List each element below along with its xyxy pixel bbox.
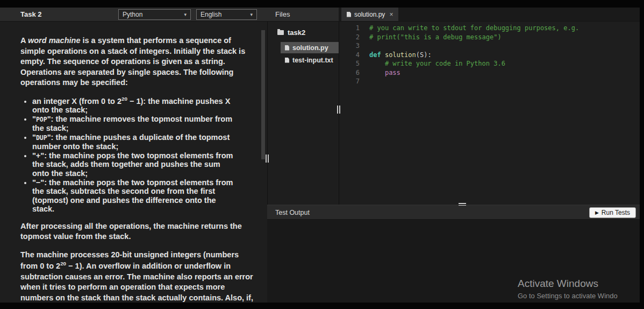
text-segment: DUP — [36, 134, 47, 142]
text-segment: POP — [36, 116, 47, 123]
text-segment: A — [20, 36, 28, 45]
code-line: def solution(S): — [369, 51, 640, 60]
code-token: # write your code in Python 3.6 — [369, 60, 505, 67]
task-title: Task 2 — [20, 10, 42, 18]
locale-dropdown[interactable]: English ▾ — [196, 9, 257, 20]
chevron-down-icon: ▾ — [184, 12, 187, 17]
folder-label: task2 — [288, 29, 305, 37]
operation-item: an integer X (from 0 to 220 − 1): the ma… — [32, 96, 235, 115]
description-paragraph: After processing all the operations, the… — [20, 221, 257, 242]
line-number: 5 — [339, 59, 360, 68]
code-token: solution — [385, 51, 416, 59]
watermark-line2: Go to Settings to activate Windo — [518, 292, 618, 300]
text-segment: "−": the machine pops the two topmost el… — [32, 178, 233, 213]
code-token: def — [369, 51, 381, 59]
operation-item: "−": the machine pops the two topmost el… — [32, 178, 235, 214]
test-output-title: Test Output — [275, 209, 310, 216]
programming-language-dropdown[interactable]: Python ▾ — [118, 9, 191, 20]
code-token: # print("this is a debug message") — [369, 33, 502, 41]
text-segment: " — [32, 133, 36, 142]
operation-item: "+": the machine pops the two topmost el… — [32, 151, 235, 178]
text-segment: " — [32, 115, 36, 123]
operation-item: "POP": the machine removes the topmost n… — [32, 115, 235, 132]
file-item-solution.py[interactable]: solution.py — [281, 42, 339, 53]
code-token — [369, 69, 385, 76]
operation-item: "DUP": the machine pushes a duplicate of… — [32, 133, 235, 151]
test-output-header: Test Output ▶ Run Tests — [267, 206, 640, 220]
text-segment: 20 — [60, 261, 66, 266]
line-number: 1 — [339, 24, 360, 33]
file-icon — [285, 45, 289, 51]
text-segment: 20 — [121, 96, 127, 102]
locale-value: English — [201, 11, 221, 18]
line-numbers: 1234567 — [339, 24, 360, 86]
file-icon — [347, 12, 351, 17]
text-segment: ": the machine removes the topmost numbe… — [32, 115, 232, 132]
tab-label: solution.py — [354, 11, 385, 18]
code-line: # print("this is a debug message") — [369, 33, 640, 42]
folder-item-task2[interactable]: task2 — [277, 29, 305, 37]
run-tests-button[interactable]: ▶ Run Tests — [589, 207, 636, 218]
file-label: test-input.txt — [292, 57, 333, 64]
file-label: solution.py — [292, 44, 328, 52]
code-token: pass — [385, 69, 400, 76]
activate-windows-watermark: Activate Windows Go to Settings to activ… — [518, 278, 618, 300]
code-token: # you can write to stdout for debugging … — [369, 24, 579, 32]
description-scrollbar-thumb[interactable] — [261, 30, 265, 159]
code-challenge-window: Task 2 Python ▾ English ▾ Files solution… — [0, 8, 640, 303]
task-description: A word machine is a system that performs… — [20, 36, 257, 303]
close-icon[interactable]: × — [389, 11, 393, 18]
text-segment: an integer X (from 0 to 2 — [32, 97, 121, 106]
tab-solution-py[interactable]: solution.py × — [341, 8, 398, 21]
operations-list: an integer X (from 0 to 220 − 1): the ma… — [20, 96, 257, 214]
text-segment: "+": the machine pops the two topmost el… — [32, 151, 233, 178]
code-line — [369, 41, 640, 51]
task-header-bar: Task 2 Python ▾ English ▾ — [0, 8, 267, 22]
splitter-grip[interactable] — [337, 106, 340, 114]
editor-tab-bar: solution.py × — [339, 8, 640, 22]
file-item-test-input.txt[interactable]: test-input.txt — [281, 54, 339, 66]
line-number: 4 — [339, 51, 360, 60]
line-number: 3 — [339, 41, 360, 51]
folder-icon — [277, 30, 284, 35]
text-segment: After processing all the operations, the… — [20, 222, 242, 241]
file-icon — [285, 58, 289, 63]
run-tests-label: Run Tests — [602, 209, 630, 216]
text-segment: ": the machine pushes a duplicate of the… — [32, 133, 230, 150]
files-panel: task2 solution.pytest-input.txt — [268, 22, 339, 205]
description-paragraph: A word machine is a system that performs… — [20, 36, 257, 88]
task-description-panel: A word machine is a system that performs… — [0, 22, 267, 303]
text-segment: word machine — [28, 36, 81, 45]
description-paragraph: The machine processes 20-bit unsigned in… — [20, 250, 257, 303]
code-line: pass — [369, 68, 640, 78]
play-icon: ▶ — [595, 210, 599, 215]
splitter-grip[interactable] — [266, 154, 269, 163]
files-panel-title: Files — [275, 10, 290, 18]
code-line: # write your code in Python 3.6 — [369, 59, 640, 68]
file-list: solution.pytest-input.txt — [268, 41, 339, 67]
screen: Task 2 Python ▾ English ▾ Files solution… — [0, 0, 644, 309]
files-panel-header: Files — [267, 8, 339, 22]
code-line — [369, 77, 640, 86]
chevron-down-icon: ▾ — [250, 12, 253, 17]
code-line: # you can write to stdout for debugging … — [369, 24, 640, 33]
code-token — [381, 51, 385, 59]
programming-language-value: Python — [123, 11, 142, 18]
line-number: 7 — [339, 77, 360, 86]
code-editor[interactable]: 1234567 # you can write to stdout for de… — [339, 22, 640, 205]
watermark-line1: Activate Windows — [518, 278, 618, 290]
code-token: (S): — [416, 51, 432, 59]
code-content: # you can write to stdout for debugging … — [369, 24, 640, 86]
line-number: 6 — [339, 68, 360, 78]
line-number: 2 — [339, 33, 360, 42]
files-editor-splitter[interactable] — [339, 22, 339, 205]
